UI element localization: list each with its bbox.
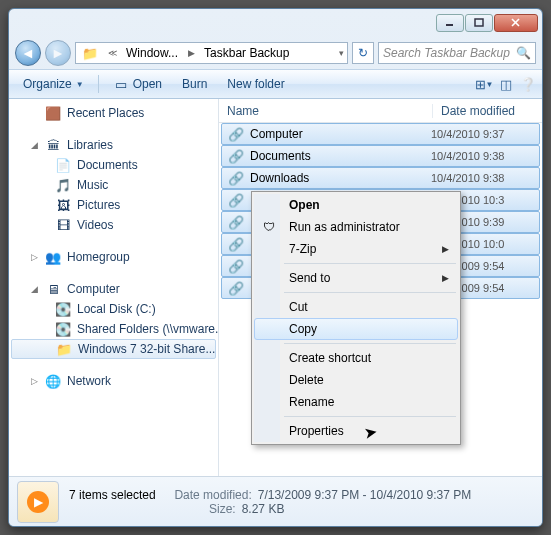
chevron-right-icon: ▶ bbox=[442, 273, 449, 283]
file-row[interactable]: 🔗Downloads10/4/2010 9:38 bbox=[221, 167, 540, 189]
ctx-copy[interactable]: Copy bbox=[254, 318, 458, 340]
file-date: 10/4/2010 9:38 bbox=[431, 150, 539, 162]
context-menu: Open 🛡Run as administrator 7-Zip▶ Send t… bbox=[251, 191, 461, 445]
explorer-window: ◄ ► 📁 ≪ Window... ▶ Taskbar Backup ▾ ↻ S… bbox=[8, 8, 543, 527]
file-date: 10/4/2010 9:38 bbox=[431, 172, 539, 184]
ctx-7zip[interactable]: 7-Zip▶ bbox=[254, 238, 458, 260]
close-button[interactable] bbox=[494, 14, 538, 32]
sidebar-item-libraries[interactable]: ◢🏛Libraries bbox=[9, 135, 218, 155]
selection-icon: ▶ bbox=[17, 481, 59, 523]
pictures-icon: 🖼 bbox=[55, 197, 71, 213]
ctx-run-admin[interactable]: 🛡Run as administrator bbox=[254, 216, 458, 238]
navbar: ◄ ► 📁 ≪ Window... ▶ Taskbar Backup ▾ ↻ S… bbox=[9, 37, 542, 69]
shortcut-icon: 🔗 bbox=[228, 148, 244, 164]
statusbar: ▶ 7 items selected Date modified: 7/13/2… bbox=[9, 476, 542, 526]
sidebar-item-network[interactable]: ▷🌐Network bbox=[9, 371, 218, 391]
sidebar-item-localdisk[interactable]: 💽Local Disk (C:) bbox=[9, 299, 218, 319]
sidebar-item-music[interactable]: 🎵Music bbox=[9, 175, 218, 195]
open-button[interactable]: ▭Open bbox=[105, 73, 170, 95]
col-date[interactable]: Date modified bbox=[432, 104, 542, 118]
music-icon: 🎵 bbox=[55, 177, 71, 193]
breadcrumb-seg[interactable]: Window... bbox=[120, 43, 185, 63]
libraries-icon: 🏛 bbox=[45, 137, 61, 153]
search-placeholder: Search Taskbar Backup bbox=[383, 46, 510, 60]
recent-icon: 🟫 bbox=[45, 105, 61, 121]
file-date: 10/4/2010 9:37 bbox=[431, 128, 539, 140]
chevron-down-icon[interactable]: ▾ bbox=[336, 48, 347, 58]
computer-icon: 🖥 bbox=[45, 281, 61, 297]
ctx-delete[interactable]: Delete bbox=[254, 369, 458, 391]
toolbar: Organize▼ ▭Open Burn New folder ⊞ ▼ ◫ ❔ bbox=[9, 69, 542, 99]
open-icon: ▭ bbox=[113, 76, 129, 92]
shortcut-icon: 🔗 bbox=[228, 192, 244, 208]
homegroup-icon: 👥 bbox=[45, 249, 61, 265]
chevron-right-icon: ≪ bbox=[105, 48, 120, 58]
titlebar bbox=[9, 9, 542, 37]
sidebar-item-pictures[interactable]: 🖼Pictures bbox=[9, 195, 218, 215]
search-icon: 🔍 bbox=[516, 46, 531, 60]
ctx-shortcut[interactable]: Create shortcut bbox=[254, 347, 458, 369]
refresh-button[interactable]: ↻ bbox=[352, 42, 374, 64]
view-button[interactable]: ⊞ ▼ bbox=[476, 76, 492, 92]
col-name[interactable]: Name bbox=[219, 104, 432, 118]
chevron-right-icon: ▶ bbox=[185, 48, 198, 58]
sidebar-item-shared[interactable]: 💽Shared Folders (\\vmware... bbox=[9, 319, 218, 339]
file-row[interactable]: 🔗Computer10/4/2010 9:37 bbox=[221, 123, 540, 145]
ctx-properties[interactable]: Properties bbox=[254, 420, 458, 442]
svg-rect-1 bbox=[475, 19, 483, 26]
netdrive-icon: 💽 bbox=[55, 321, 71, 337]
file-row[interactable]: 🔗Documents10/4/2010 9:38 bbox=[221, 145, 540, 167]
shortcut-icon: 🔗 bbox=[228, 214, 244, 230]
column-headers: Name Date modified bbox=[219, 99, 542, 123]
burn-button[interactable]: Burn bbox=[174, 74, 215, 94]
status-modified: 7/13/2009 9:37 PM - 10/4/2010 9:37 PM bbox=[258, 488, 471, 502]
breadcrumb[interactable]: 📁 ≪ Window... ▶ Taskbar Backup ▾ bbox=[75, 42, 348, 64]
shortcut-icon: 🔗 bbox=[228, 126, 244, 142]
breadcrumb-seg[interactable]: Taskbar Backup bbox=[198, 43, 296, 63]
maximize-button[interactable] bbox=[465, 14, 493, 32]
forward-button[interactable]: ► bbox=[45, 40, 71, 66]
preview-pane-button[interactable]: ◫ bbox=[498, 76, 514, 92]
folder-icon: 📁 bbox=[82, 45, 98, 61]
search-input[interactable]: Search Taskbar Backup 🔍 bbox=[378, 42, 536, 64]
shield-icon: 🛡 bbox=[261, 219, 277, 235]
documents-icon: 📄 bbox=[55, 157, 71, 173]
folder-icon: 📁 bbox=[56, 341, 72, 357]
nav-pane: 🟫Recent Places ◢🏛Libraries 📄Documents 🎵M… bbox=[9, 99, 219, 476]
shortcut-icon: 🔗 bbox=[228, 236, 244, 252]
shortcut-icon: 🔗 bbox=[228, 280, 244, 296]
sidebar-item-videos[interactable]: 🎞Videos bbox=[9, 215, 218, 235]
status-size: 8.27 KB bbox=[242, 502, 285, 516]
ctx-rename[interactable]: Rename bbox=[254, 391, 458, 413]
status-selected: 7 items selected bbox=[69, 488, 156, 502]
file-list-pane: Name Date modified 🔗Computer10/4/2010 9:… bbox=[219, 99, 542, 476]
ctx-open[interactable]: Open bbox=[254, 194, 458, 216]
sidebar-item-documents[interactable]: 📄Documents bbox=[9, 155, 218, 175]
chevron-right-icon: ▶ bbox=[442, 244, 449, 254]
minimize-button[interactable] bbox=[436, 14, 464, 32]
new-folder-button[interactable]: New folder bbox=[219, 74, 292, 94]
file-name: Computer bbox=[250, 127, 431, 141]
help-button[interactable]: ❔ bbox=[520, 76, 536, 92]
sidebar-item-recent[interactable]: 🟫Recent Places bbox=[9, 103, 218, 123]
file-name: Documents bbox=[250, 149, 431, 163]
sidebar-item-homegroup[interactable]: ▷👥Homegroup bbox=[9, 247, 218, 267]
ctx-cut[interactable]: Cut bbox=[254, 296, 458, 318]
back-button[interactable]: ◄ bbox=[15, 40, 41, 66]
videos-icon: 🎞 bbox=[55, 217, 71, 233]
organize-button[interactable]: Organize▼ bbox=[15, 74, 92, 94]
sidebar-item-win732[interactable]: 📁Windows 7 32-bit Share... bbox=[11, 339, 216, 359]
file-name: Downloads bbox=[250, 171, 431, 185]
shortcut-icon: 🔗 bbox=[228, 170, 244, 186]
sidebar-item-computer[interactable]: ◢🖥Computer bbox=[9, 279, 218, 299]
shortcut-icon: 🔗 bbox=[228, 258, 244, 274]
ctx-sendto[interactable]: Send to▶ bbox=[254, 267, 458, 289]
disk-icon: 💽 bbox=[55, 301, 71, 317]
network-icon: 🌐 bbox=[45, 373, 61, 389]
